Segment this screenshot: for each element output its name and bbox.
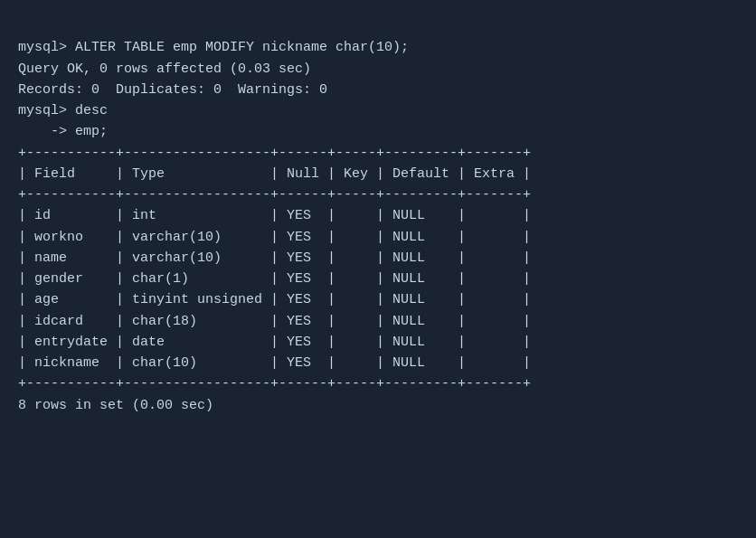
terminal-line-line12: | name | varchar(10) | YES | | NULL | | [18, 248, 738, 269]
terminal-line-line19: 8 rows in set (0.00 sec) [18, 395, 738, 416]
terminal-line-line9: +-----------+------------------+------+-… [18, 184, 738, 205]
terminal-line-line17: | nickname | char(10) | YES | | NULL | | [18, 353, 738, 373]
terminal-line-line2: Query OK, 0 rows affected (0.03 sec) [18, 59, 738, 80]
terminal-line-line3: Records: 0 Duplicates: 0 Warnings: 0 [18, 80, 738, 100]
terminal-line-line5: mysql> desc [18, 100, 738, 121]
terminal-line-line15: | idcard | char(18) | YES | | NULL | | [18, 311, 738, 332]
terminal-line-line14: | age | tinyint unsigned | YES | | NULL … [18, 289, 738, 310]
terminal-line-line13: | gender | char(1) | YES | | NULL | | [18, 269, 738, 289]
terminal-line-line16: | entrydate | date | YES | | NULL | | [18, 332, 738, 353]
terminal-line-line8: | Field | Type | Null | Key | Default | … [18, 164, 738, 184]
terminal-line-line18: +-----------+------------------+------+-… [18, 373, 738, 394]
terminal-output: mysql> ALTER TABLE emp MODIFY nickname c… [18, 16, 738, 416]
terminal-line-line1: mysql> ALTER TABLE emp MODIFY nickname c… [18, 37, 738, 58]
terminal-line-line10: | id | int | YES | | NULL | | [18, 205, 738, 226]
terminal-line-line7: +-----------+------------------+------+-… [18, 143, 738, 164]
terminal-line-line6: -> emp; [18, 121, 738, 142]
terminal-line-line11: | workno | varchar(10) | YES | | NULL | … [18, 227, 738, 248]
